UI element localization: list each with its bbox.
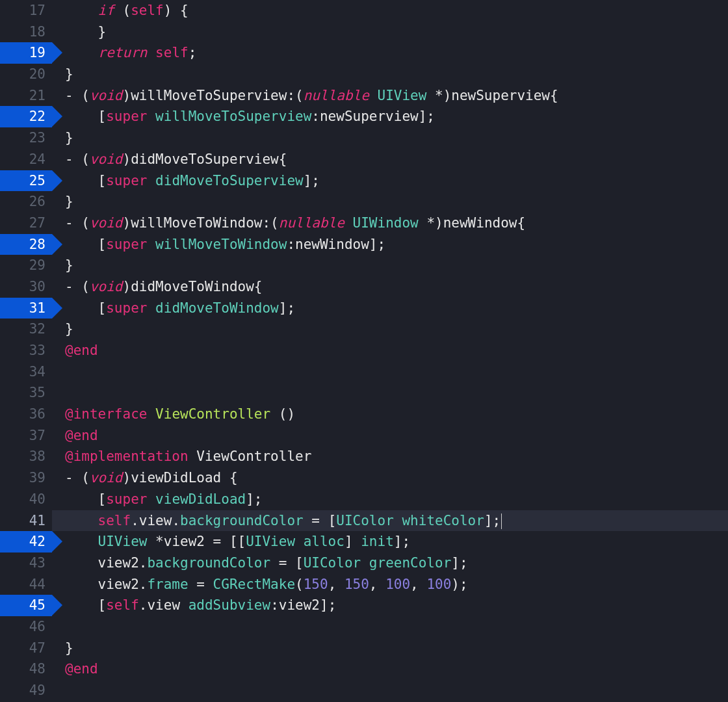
code-line[interactable]: 45 [self.view addSubview:view2]; [0,595,728,616]
line-number[interactable]: 20 [0,64,52,85]
code-line[interactable]: 48@end [0,658,728,680]
code-line[interactable]: 29} [0,255,728,276]
code-content[interactable]: UIView *view2 = [[UIView alloc] init]; [52,531,728,552]
code-line[interactable]: 46 [0,616,728,638]
line-number[interactable]: 35 [0,382,52,404]
code-line[interactable]: 25 [super didMoveToSuperview]; [0,170,728,192]
code-line[interactable]: 33@end [0,340,728,361]
code-content[interactable]: [super willMoveToSuperview:newSuperview]… [52,106,728,127]
code-content[interactable]: } [52,191,728,213]
line-number[interactable]: 40 [0,489,52,510]
line-number[interactable]: 37 [0,425,52,447]
line-number[interactable]: 36 [0,404,52,425]
code-line[interactable]: 26} [0,191,728,213]
code-line[interactable]: 32} [0,318,728,340]
code-line[interactable]: 47} [0,638,728,659]
code-content[interactable]: view2.backgroundColor = [UIColor greenCo… [52,552,728,574]
code-line[interactable]: 39- (void)viewDidLoad { [0,467,728,489]
line-number[interactable]: 39 [0,467,52,489]
code-line[interactable]: 38@implementation ViewController [0,446,728,467]
code-content[interactable]: - (void)willMoveToWindow:(nullable UIWin… [52,213,728,234]
code-content[interactable]: } [52,318,728,340]
line-number[interactable]: 23 [0,127,52,149]
code-line[interactable]: 40 [super viewDidLoad]; [0,489,728,510]
breakpoint-marker[interactable]: 19 [0,42,52,64]
code-line[interactable]: 44 view2.frame = CGRectMake(150, 150, 10… [0,574,728,595]
code-content[interactable]: } [52,21,728,43]
code-line[interactable]: 28 [super willMoveToWindow:newWindow]; [0,234,728,255]
line-number[interactable]: 46 [0,616,52,638]
code-line[interactable]: 22 [super willMoveToSuperview:newSupervi… [0,106,728,127]
code-content[interactable]: } [52,638,728,659]
code-content[interactable]: @end [52,658,728,680]
line-number[interactable]: 18 [0,21,52,43]
code-content[interactable]: @end [52,425,728,447]
code-content[interactable]: } [52,64,728,85]
line-number[interactable]: 38 [0,446,52,467]
code-line[interactable]: 31 [super didMoveToWindow]; [0,298,728,319]
code-content[interactable]: @implementation ViewController [52,446,728,467]
code-content[interactable]: @interface ViewController () [52,404,728,425]
line-number[interactable]: 30 [0,276,52,298]
code-line[interactable]: 34 [0,361,728,383]
token-type: UIColor [304,555,361,571]
code-line[interactable]: 23} [0,127,728,149]
code-line[interactable]: 27- (void)willMoveToWindow:(nullable UIW… [0,213,728,234]
code-content[interactable]: - (void)viewDidLoad { [52,467,728,489]
code-content[interactable]: - (void)willMoveToSuperview:(nullable UI… [52,85,728,107]
line-number[interactable]: 49 [0,680,52,701]
code-line[interactable]: 49 [0,680,728,701]
line-number[interactable]: 33 [0,340,52,361]
code-content[interactable] [52,616,728,638]
code-line[interactable]: 35 [0,382,728,404]
code-line[interactable]: 21- (void)willMoveToSuperview:(nullable … [0,85,728,107]
line-number[interactable]: 34 [0,361,52,383]
code-content[interactable]: [super willMoveToWindow:newWindow]; [52,234,728,255]
code-content[interactable]: return self; [52,42,728,64]
line-number[interactable]: 48 [0,658,52,680]
code-line[interactable]: 19 return self; [0,42,728,64]
line-number[interactable]: 17 [0,0,52,21]
code-content[interactable]: @end [52,340,728,361]
code-line[interactable]: 43 view2.backgroundColor = [UIColor gree… [0,552,728,574]
line-number[interactable]: 21 [0,85,52,107]
code-content[interactable]: view2.frame = CGRectMake(150, 150, 100, … [52,574,728,595]
breakpoint-marker[interactable]: 42 [0,531,52,552]
breakpoint-marker[interactable]: 28 [0,234,52,255]
code-content[interactable]: [self.view addSubview:view2]; [52,595,728,616]
code-content[interactable]: self.view.backgroundColor = [UIColor whi… [52,510,728,532]
line-number[interactable]: 29 [0,255,52,276]
line-number[interactable]: 26 [0,191,52,213]
code-line[interactable]: 18 } [0,21,728,43]
line-number[interactable]: 43 [0,552,52,574]
breakpoint-marker[interactable]: 31 [0,298,52,319]
code-content[interactable]: } [52,127,728,149]
code-content[interactable]: } [52,255,728,276]
breakpoint-marker[interactable]: 25 [0,170,52,192]
breakpoint-marker[interactable]: 22 [0,106,52,127]
code-line[interactable]: 36@interface ViewController () [0,404,728,425]
code-line[interactable]: 37@end [0,425,728,447]
line-number[interactable]: 47 [0,638,52,659]
code-content[interactable]: - (void)didMoveToWindow{ [52,276,728,298]
code-content[interactable]: [super viewDidLoad]; [52,489,728,510]
token-punc: [ [65,173,106,188]
code-content[interactable]: - (void)didMoveToSuperview{ [52,149,728,170]
code-line[interactable]: 17 if (self) { [0,0,728,21]
breakpoint-marker[interactable]: 45 [0,595,52,616]
code-content[interactable]: [super didMoveToSuperview]; [52,170,728,192]
code-line[interactable]: 24- (void)didMoveToSuperview{ [0,149,728,170]
code-content[interactable]: [super didMoveToWindow]; [52,298,728,319]
line-number[interactable]: 27 [0,213,52,234]
code-content[interactable]: if (self) { [52,0,728,21]
code-line[interactable]: 42 UIView *view2 = [[UIView alloc] init]… [0,531,728,552]
line-number[interactable]: 24 [0,149,52,170]
token-punc: ]; [320,597,336,613]
line-number[interactable]: 32 [0,318,52,340]
code-line[interactable]: 20} [0,64,728,85]
code-line[interactable]: 41 self.view.backgroundColor = [UIColor … [0,510,728,532]
code-editor[interactable]: 17 if (self) {18 }19 return self;20}21- … [0,0,728,701]
line-number[interactable]: 41 [0,510,52,532]
line-number[interactable]: 44 [0,574,52,595]
code-line[interactable]: 30- (void)didMoveToWindow{ [0,276,728,298]
